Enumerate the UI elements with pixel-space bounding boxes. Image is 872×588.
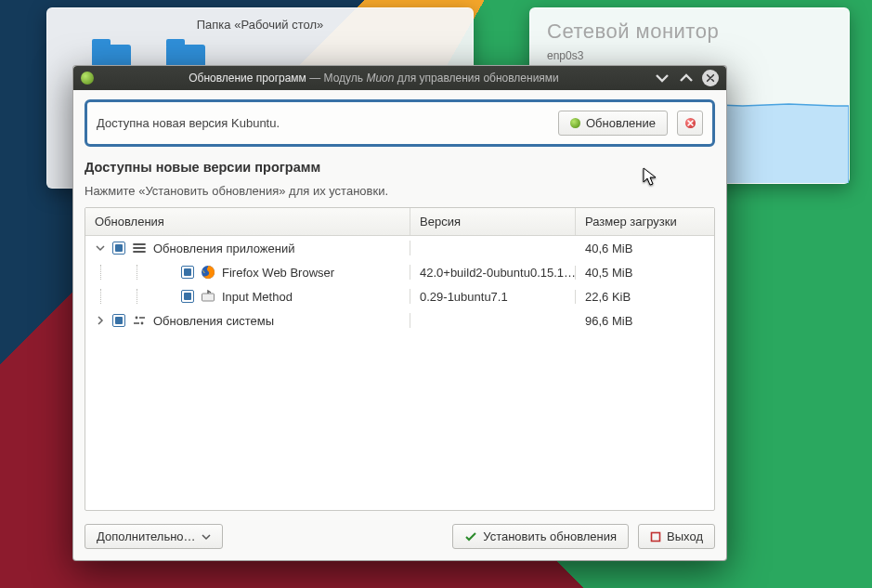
update-item-row[interactable]: Firefox Web Browser42.0+build2-0ubuntu0.… xyxy=(85,260,714,284)
item-version: 0.29-1ubuntu7.1 xyxy=(410,290,576,304)
dismiss-banner-button[interactable] xyxy=(677,111,703,136)
more-options-button[interactable]: Дополнительно… xyxy=(85,524,223,549)
quit-label: Выход xyxy=(667,529,703,543)
firefox-icon xyxy=(201,265,215,280)
minimize-button[interactable] xyxy=(654,70,670,86)
network-interface-label: enp0s3 xyxy=(547,49,832,62)
install-updates-label: Установить обновления xyxy=(483,529,617,543)
updates-table: Обновления Версия Размер загрузки Обновл… xyxy=(85,207,715,511)
item-checkbox[interactable] xyxy=(181,290,194,303)
update-group-row[interactable]: Обновления приложений40,6 MiB xyxy=(85,236,714,260)
collapse-icon[interactable] xyxy=(95,243,106,253)
item-name: Firefox Web Browser xyxy=(222,266,334,280)
maximize-button[interactable] xyxy=(678,70,695,86)
titlebar[interactable]: Обновление программ — Модуль Muon для уп… xyxy=(73,66,726,90)
release-upgrade-button[interactable]: Обновление xyxy=(558,111,668,136)
network-monitor-title: Сетевой монитор xyxy=(547,20,832,44)
desktop-folder-title: Папка «Рабочий стол» xyxy=(47,8,473,35)
svg-rect-4 xyxy=(652,532,660,541)
updates-heading: Доступны новые версии программ xyxy=(85,156,715,175)
column-updates[interactable]: Обновления xyxy=(85,208,410,235)
release-upgrade-banner: Доступна новая версия Kubuntu. Обновлени… xyxy=(85,99,715,147)
svg-point-2 xyxy=(136,317,138,320)
group-size: 96,6 MiB xyxy=(576,314,714,328)
table-header: Обновления Версия Размер загрузки xyxy=(85,208,714,236)
update-item-row[interactable]: Input Method0.29-1ubuntu7.122,6 KiB xyxy=(85,284,714,308)
more-options-label: Дополнительно… xyxy=(97,529,196,543)
svg-rect-1 xyxy=(202,294,215,301)
banner-message: Доступна новая версия Kubuntu. xyxy=(97,116,549,130)
group-checkbox[interactable] xyxy=(112,242,125,255)
system-icon xyxy=(132,313,147,328)
column-version[interactable]: Версия xyxy=(410,208,576,235)
quit-button[interactable]: Выход xyxy=(638,524,715,549)
muon-updater-window: Обновление программ — Модуль Muon для уп… xyxy=(72,65,727,561)
item-name: Input Method xyxy=(222,290,293,304)
chevron-down-icon xyxy=(202,532,211,542)
install-updates-button[interactable]: Установить обновления xyxy=(452,524,629,549)
apps-icon xyxy=(132,241,147,255)
update-group-row[interactable]: Обновления системы96,6 MiB xyxy=(85,308,714,333)
input-icon xyxy=(201,289,215,304)
quit-icon xyxy=(650,531,661,542)
group-size: 40,6 MiB xyxy=(576,242,714,255)
expand-icon[interactable] xyxy=(95,316,106,325)
check-icon xyxy=(464,530,477,543)
upgrade-icon xyxy=(570,118,580,128)
column-size[interactable]: Размер загрузки xyxy=(576,208,714,235)
item-size: 22,6 KiB xyxy=(576,290,714,304)
item-checkbox[interactable] xyxy=(181,266,194,279)
item-version: 42.0+build2-0ubuntu0.15.1… xyxy=(410,266,576,280)
close-icon xyxy=(685,118,696,128)
group-checkbox[interactable] xyxy=(112,314,125,327)
group-label: Обновления системы xyxy=(153,314,274,328)
svg-point-3 xyxy=(141,322,144,325)
release-upgrade-label: Обновление xyxy=(586,116,656,130)
window-title: Обновление программ — Модуль Muon для уп… xyxy=(101,72,646,85)
close-button[interactable] xyxy=(702,70,719,86)
item-size: 40,5 MiB xyxy=(576,266,714,280)
app-icon xyxy=(81,72,94,85)
updates-subheading: Нажмите «Установить обновления» для их у… xyxy=(85,184,715,198)
group-label: Обновления приложений xyxy=(153,242,294,255)
